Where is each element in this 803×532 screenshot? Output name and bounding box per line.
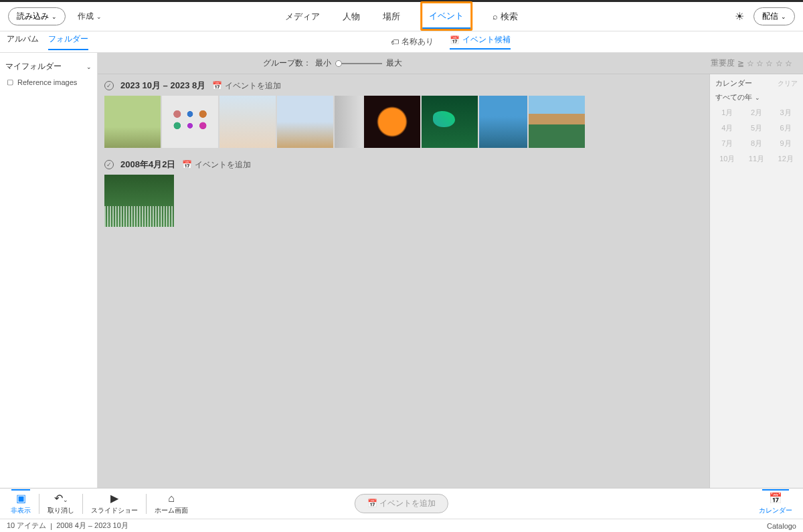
event-candidates-tab[interactable]: 📅 イベント候補 [450,34,511,50]
import-button[interactable]: 読み込み ⌄ [8,7,66,25]
bottom-toolbar: ▣ 非表示 ↶⌄ 取り消し ▶ スライドショー ⌂ ホーム画面 📅 イベントを追… [0,488,803,519]
add-event-button[interactable]: 📅 イベントを追加 [212,80,281,92]
search-icon: ⌕ [493,11,498,21]
undo-button[interactable]: ↶⌄ 取り消し [42,491,80,517]
item-count: 10 アイテム [7,521,46,531]
thumbnail[interactable] [277,96,333,148]
event-date-range: 2023 10月 – 2023 8月 [120,80,205,92]
event-date: 2008年4月2日 [120,159,175,171]
thumbnail[interactable] [422,96,478,148]
month-cell[interactable]: 4月 [715,122,739,135]
calendar-tag-icon: 📅 [450,35,460,45]
min-label: 最小 [315,58,331,69]
calendar-toggle-button[interactable]: 📅 カレンダー [753,491,798,517]
sub-header: アルバム フォルダー 🏷 名称あり 📅 イベント候補 [0,31,803,53]
calendar-icon: 📅 [769,492,782,505]
calendar-title: カレンダー [715,78,752,88]
clear-button[interactable]: クリア [778,79,798,88]
brightness-icon[interactable]: ☀ [735,10,744,23]
thumbnail[interactable] [335,96,363,148]
thumbnail[interactable] [104,96,161,148]
create-button[interactable]: 作成 ⌄ [78,11,102,22]
importance-filter[interactable]: 重要度 ≧ ☆ ☆ ☆ ☆ ☆ [711,58,792,69]
tab-place[interactable]: 場所 [380,3,403,31]
panel-icon: ▣ [16,492,26,505]
star-rating: ☆ ☆ ☆ ☆ ☆ [747,59,792,68]
month-cell[interactable]: 2月 [745,106,769,119]
folder-reference-images[interactable]: ▢ Reference images [5,75,92,89]
month-cell[interactable]: 1月 [715,106,739,119]
main-header: 読み込み ⌄ 作成 ⌄ メディア 人物 場所 イベント ⌕ 検索 ☀ 配信 ⌄ [0,2,803,31]
chevron-down-icon: ⌄ [52,13,57,20]
import-label: 読み込み [17,11,49,22]
group-count-label: グループ数： [263,58,311,69]
thumbnail[interactable] [529,96,585,148]
divider [39,494,39,514]
month-cell[interactable]: 10月 [715,153,739,165]
tab-event[interactable]: イベント [420,1,472,31]
slideshow-button[interactable]: ▶ スライドショー [86,491,143,517]
content-area: グループ数： 最小 最大 重要度 ≧ ☆ ☆ ☆ ☆ ☆ ✓ 2023 10月 … [98,53,803,488]
max-label: 最大 [386,58,402,69]
month-cell[interactable]: 11月 [745,153,769,165]
date-range-status: 2008 4月 – 2023 10月 [56,521,128,531]
add-event-button[interactable]: 📅 イベントを追加 [182,159,251,171]
status-bar: 10 アイテム | 2008 4月 – 2023 10月 Catalogo [0,519,803,532]
share-button[interactable]: 配信 ⌄ [753,7,795,25]
folder-sidebar: マイフォルダー ⌄ ▢ Reference images [0,53,98,488]
check-icon[interactable]: ✓ [104,81,114,90]
check-icon[interactable]: ✓ [104,160,114,169]
chevron-down-icon: ⌄ [86,64,92,70]
month-cell[interactable]: 9月 [774,137,798,150]
tab-folder[interactable]: フォルダー [48,33,88,50]
thumbnail[interactable] [104,175,174,227]
thumbnail[interactable] [479,96,527,148]
slideshow-icon: ▶ [110,492,118,505]
tab-search[interactable]: ⌕ 検索 [490,3,521,31]
event-group: ✓ 2023 10月 – 2023 8月 📅 イベントを追加 [98,74,709,153]
hide-panel-button[interactable]: ▣ 非表示 [5,491,36,517]
share-label: 配信 [762,11,778,22]
view-tabs: メディア 人物 場所 イベント ⌕ 検索 [282,3,521,31]
catalog-name: Catalogo [767,522,796,530]
tab-album[interactable]: アルバム [7,33,39,50]
tag-icon: 🏷 [391,37,399,47]
undo-icon: ↶⌄ [54,492,68,505]
calendar-plus-icon: 📅 [212,81,222,90]
divider [146,494,147,514]
search-label: 検索 [501,11,518,21]
month-cell[interactable]: 5月 [745,122,769,135]
thumbnail[interactable] [219,96,276,148]
thumbnail[interactable] [162,96,218,148]
group-slider[interactable] [335,63,382,64]
month-cell[interactable]: 7月 [715,137,739,150]
chevron-down-icon: ⌄ [96,13,102,20]
month-cell[interactable]: 8月 [745,137,769,150]
chevron-down-icon: ⌄ [781,13,786,20]
tab-media[interactable]: メディア [282,3,323,31]
calendar-plus-icon: 📅 [367,499,377,508]
year-selector[interactable]: すべての年 ⌄ [715,92,798,102]
create-label: 作成 [78,11,94,22]
home-button[interactable]: ⌂ ホーム画面 [149,491,193,517]
calendar-panel: カレンダー クリア すべての年 ⌄ 1月 2月 3月 4月 5月 6月 7月 8… [709,74,803,488]
month-cell[interactable]: 6月 [774,122,798,135]
my-folder-row[interactable]: マイフォルダー ⌄ [5,58,92,75]
home-icon: ⌂ [168,493,175,505]
divider [82,494,83,514]
thumbnail[interactable] [364,96,420,148]
filter-bar: グループ数： 最小 最大 重要度 ≧ ☆ ☆ ☆ ☆ ☆ [98,53,803,74]
calendar-plus-icon: 📅 [182,160,192,169]
month-cell[interactable]: 3月 [774,106,798,119]
month-cell[interactable]: 12月 [774,153,798,165]
tab-people[interactable]: 人物 [340,3,363,31]
event-group: ✓ 2008年4月2日 📅 イベントを追加 [98,153,709,232]
chevron-down-icon: ⌄ [755,94,760,101]
add-event-main-button[interactable]: 📅 イベントを追加 [355,494,448,513]
named-events-tab[interactable]: 🏷 名称あり [391,34,434,50]
folder-icon: ▢ [7,78,13,86]
month-grid: 1月 2月 3月 4月 5月 6月 7月 8月 9月 10月 11月 12月 [715,106,798,165]
